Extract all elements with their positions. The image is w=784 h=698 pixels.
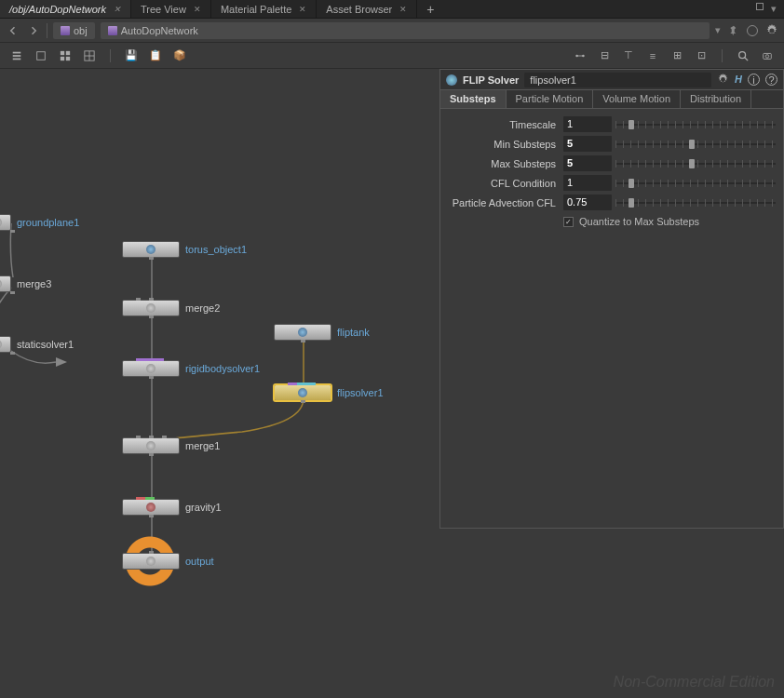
- tab-label: /obj/AutoDopNetwork: [9, 4, 106, 15]
- forward-button[interactable]: [26, 23, 41, 38]
- list-view-icon[interactable]: [9, 48, 24, 63]
- node-merge1[interactable]: merge1: [122, 437, 220, 454]
- merge-icon: [0, 279, 2, 289]
- node-label: merge3: [17, 278, 51, 289]
- align-v-icon[interactable]: ≡: [645, 48, 660, 63]
- solver-icon: [146, 364, 155, 373]
- info-icon[interactable]: i: [748, 74, 760, 86]
- grid-view-icon[interactable]: [58, 48, 73, 63]
- tab-volume-motion[interactable]: Volume Motion: [593, 90, 681, 108]
- tree-icon[interactable]: ⊤: [621, 48, 636, 63]
- network-icon: [108, 26, 117, 35]
- node-type-label: FLIP Solver: [463, 74, 519, 86]
- node-label: gravity1: [185, 502, 222, 513]
- align-h-icon[interactable]: ⊟: [597, 48, 612, 63]
- text-view-icon[interactable]: [34, 48, 48, 63]
- node-label: merge1: [185, 440, 220, 451]
- param-cfl: CFL Condition 1: [448, 173, 776, 193]
- node-gravity[interactable]: gravity1: [122, 499, 222, 516]
- node-label: torus_object1: [185, 244, 247, 255]
- menu-icon[interactable]: ▾: [771, 3, 777, 15]
- tab-tree-view[interactable]: Tree View ✕: [131, 0, 211, 18]
- svg-rect-6: [61, 56, 64, 60]
- layout-icon[interactable]: [573, 48, 588, 63]
- tab-asset-browser[interactable]: Asset Browser ✕: [317, 0, 417, 18]
- node-flipsolver[interactable]: flipsolver1: [274, 384, 384, 401]
- node-rigidbodysolver[interactable]: rigidbodysolver1: [122, 360, 260, 377]
- svg-point-14: [739, 51, 746, 58]
- close-icon[interactable]: ✕: [399, 5, 407, 14]
- min-substeps-slider[interactable]: [615, 137, 776, 152]
- gear-icon[interactable]: [765, 24, 778, 37]
- svg-rect-0: [13, 51, 21, 53]
- sticky-note-icon[interactable]: 📋: [148, 48, 163, 63]
- node-torus[interactable]: torus_object1: [122, 241, 247, 258]
- path-obj[interactable]: obj: [53, 22, 95, 39]
- search-icon[interactable]: [736, 48, 750, 63]
- node-groundplane[interactable]: groundplane1: [0, 214, 79, 231]
- node-label: output: [185, 556, 214, 567]
- node-staticsolver[interactable]: staticsolver1: [0, 336, 74, 353]
- camera-icon[interactable]: [760, 48, 775, 63]
- help-icon[interactable]: ?: [765, 74, 777, 86]
- max-substeps-field[interactable]: 5: [563, 155, 612, 171]
- close-icon[interactable]: ✕: [299, 5, 306, 14]
- path-autodop[interactable]: AutoDopNetwork: [101, 22, 710, 39]
- new-tab-button[interactable]: +: [417, 2, 443, 17]
- close-icon[interactable]: ✕: [194, 5, 201, 14]
- node-label: rigidbodysolver1: [185, 363, 260, 374]
- advection-cfl-slider[interactable]: [615, 195, 776, 210]
- main-area: groundplane1 merge3 staticsolver1 torus_…: [0, 69, 784, 698]
- svg-rect-1: [13, 55, 21, 57]
- gravity-icon: [146, 503, 155, 512]
- node-canvas[interactable]: groundplane1 merge3 staticsolver1 torus_…: [0, 69, 784, 698]
- node-label: merge2: [185, 302, 220, 314]
- svg-rect-3: [37, 51, 46, 60]
- node-label: fliptank: [337, 327, 370, 338]
- edition-watermark: Non-Commercial Edition: [614, 674, 775, 691]
- target-icon[interactable]: [747, 25, 758, 36]
- max-substeps-slider[interactable]: [615, 156, 776, 171]
- node-output[interactable]: output: [122, 553, 214, 570]
- cfl-field[interactable]: 1: [563, 175, 612, 191]
- houdini-icon[interactable]: H: [735, 74, 742, 86]
- pin-icon[interactable]: [728, 25, 739, 36]
- tab-substeps[interactable]: Substeps: [440, 90, 507, 108]
- node-merge2[interactable]: merge2: [122, 300, 220, 316]
- fluid-icon: [298, 328, 307, 337]
- checkbox-label: Quantize to Max Substeps: [579, 216, 699, 227]
- tab-distribution[interactable]: Distribution: [681, 90, 751, 108]
- node-merge3[interactable]: merge3: [0, 275, 51, 292]
- node-name-field[interactable]: flipsolver1: [524, 73, 711, 87]
- tab-network[interactable]: /obj/AutoDopNetwork ✕: [0, 0, 131, 18]
- node-fliptank[interactable]: fliptank: [274, 324, 370, 341]
- spreadsheet-icon[interactable]: [82, 48, 97, 63]
- tab-particle-motion[interactable]: Particle Motion: [507, 90, 594, 108]
- timescale-field[interactable]: 1: [563, 116, 612, 132]
- dropdown-icon[interactable]: ▾: [715, 24, 721, 36]
- quantize-checkbox[interactable]: ✓: [563, 217, 574, 227]
- tab-material-palette[interactable]: Material Palette ✕: [211, 0, 317, 18]
- param-quantize: ✓ Quantize to Max Substeps: [448, 212, 776, 231]
- param-label: Timescale: [448, 119, 560, 130]
- distribute-icon[interactable]: ⊞: [669, 48, 684, 63]
- cfl-slider[interactable]: [615, 176, 776, 191]
- timescale-slider[interactable]: [615, 117, 776, 132]
- snap-grid-icon[interactable]: ⊡: [694, 48, 709, 63]
- tab-label: Material Palette: [221, 4, 291, 15]
- param-advection-cfl: Particle Advection CFL 0.75: [448, 193, 776, 212]
- node-label: groundplane1: [17, 217, 79, 228]
- min-substeps-field[interactable]: 5: [563, 136, 612, 152]
- parameter-panel: FLIP Solver flipsolver1 H i ? Substeps P…: [439, 69, 784, 529]
- gear-icon[interactable]: [717, 74, 729, 86]
- advection-cfl-field[interactable]: 0.75: [563, 195, 612, 210]
- maximize-icon[interactable]: [756, 3, 764, 10]
- close-icon[interactable]: ✕: [114, 5, 121, 14]
- solver-icon: [0, 340, 2, 349]
- node-label: flipsolver1: [337, 387, 384, 398]
- back-button[interactable]: [6, 23, 20, 38]
- save-icon[interactable]: 💾: [124, 48, 139, 63]
- merge-icon: [146, 303, 155, 313]
- param-label: Max Substeps: [448, 158, 560, 169]
- box-icon[interactable]: 📦: [172, 48, 187, 63]
